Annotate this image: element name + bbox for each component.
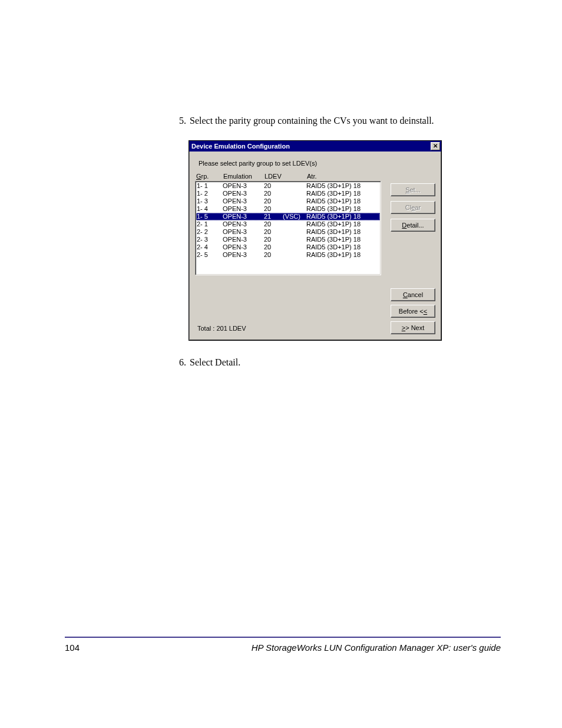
detail-button[interactable]: Detail... [391, 219, 435, 232]
next-button[interactable]: >> Next [391, 321, 435, 334]
header-ldev: LDEV [265, 173, 307, 180]
close-icon[interactable]: ✕ [431, 142, 440, 150]
total-label: Total : 201 LDEV [197, 325, 246, 332]
step-5-number: 5. [171, 116, 190, 126]
header-emulation: Emulation [223, 173, 265, 180]
list-item[interactable]: 2- 4OPEN-320RAID5 (3D+1P) 18 [196, 243, 380, 251]
step-6-number: 6. [171, 357, 190, 368]
step-6: 6. Select Detail. [171, 357, 501, 368]
list-item[interactable]: 2- 2OPEN-320RAID5 (3D+1P) 18 [196, 228, 380, 236]
clear-button: Clear [391, 201, 435, 214]
parity-group-list[interactable]: 1- 1OPEN-320RAID5 (3D+1P) 181- 2OPEN-320… [195, 181, 381, 275]
set-button: Set... [391, 183, 435, 196]
page-footer: 104 HP StorageWorks LUN Configuration Ma… [65, 643, 501, 653]
list-item[interactable]: 2- 3OPEN-320RAID5 (3D+1P) 18 [196, 236, 380, 243]
list-item[interactable]: 2- 5OPEN-320RAID5 (3D+1P) 18 [196, 251, 380, 259]
dialog-instruction: Please select parity group to set LDEV(s… [199, 160, 435, 167]
list-item[interactable]: 1- 5OPEN-321(VSC)RAID5 (3D+1P) 18 [196, 213, 380, 220]
footer-title: HP StorageWorks LUN Configuration Manage… [252, 643, 501, 653]
list-item[interactable]: 1- 3OPEN-320RAID5 (3D+1P) 18 [196, 197, 380, 205]
list-item[interactable]: 1- 2OPEN-320RAID5 (3D+1P) 18 [196, 190, 380, 197]
column-headers: Grp. Emulation LDEV Atr. [196, 173, 435, 180]
dialog-title: Device Emulation Configuration [191, 143, 431, 150]
step-6-text: Select Detail. [190, 357, 501, 368]
footer-rule [65, 637, 501, 638]
list-item[interactable]: 1- 1OPEN-320RAID5 (3D+1P) 18 [196, 182, 380, 190]
header-grp: Grp. [196, 173, 223, 180]
list-item[interactable]: 2- 1OPEN-320RAID5 (3D+1P) 18 [196, 220, 380, 228]
list-item[interactable]: 1- 4OPEN-320RAID5 (3D+1P) 18 [196, 205, 380, 213]
before-button[interactable]: Before << [391, 305, 435, 318]
cancel-button[interactable]: Cancel [391, 288, 435, 301]
header-atr: Atr. [307, 173, 435, 180]
step-5: 5. Select the parity group containing th… [171, 116, 501, 126]
dialog-titlebar[interactable]: Device Emulation Configuration ✕ [189, 141, 441, 151]
step-5-text: Select the parity group containing the C… [190, 116, 501, 126]
page-number: 104 [65, 643, 80, 653]
device-emulation-dialog: Device Emulation Configuration ✕ Please … [189, 140, 442, 341]
